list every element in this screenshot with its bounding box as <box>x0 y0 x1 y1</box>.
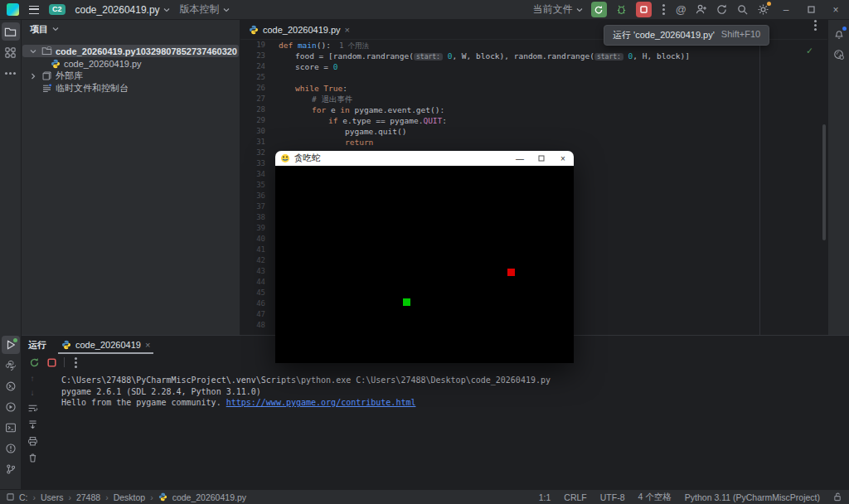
python-file-icon <box>158 492 167 502</box>
git-branch-icon <box>5 463 17 475</box>
unlock-icon[interactable] <box>833 492 842 502</box>
console-more-icon[interactable] <box>75 361 77 364</box>
tree-item-label: 外部库 <box>56 70 83 82</box>
breadcrumb-item[interactable]: Users <box>41 492 63 502</box>
services-tool-button[interactable] <box>2 398 20 416</box>
chevron-down-icon[interactable] <box>52 26 59 32</box>
maximize-window-button[interactable] <box>803 4 819 16</box>
minimize-window-button[interactable]: — <box>509 151 531 166</box>
editor-tab[interactable]: code_20260419.py × <box>240 20 358 39</box>
main-menu-icon[interactable] <box>29 6 39 14</box>
stop-icon <box>640 6 648 13</box>
mentions-icon[interactable]: @ <box>676 4 686 15</box>
python-console-tool-button[interactable] <box>2 377 20 395</box>
more-tool-windows-button[interactable] <box>2 64 20 82</box>
scroll-to-end-icon[interactable] <box>27 419 38 430</box>
run-tab[interactable]: code_20260419 × <box>58 336 153 354</box>
code-line: 25 <box>240 72 827 83</box>
stop-console-button[interactable] <box>47 358 56 367</box>
project-tool-button[interactable] <box>2 22 20 41</box>
ai-assistant-button[interactable] <box>830 46 848 64</box>
breadcrumb-item[interactable]: Desktop <box>114 492 146 502</box>
console-line: C:\Users\27488\PyCharmMiscProject\.venv\… <box>61 375 551 386</box>
terminal-tool-button[interactable] <box>2 419 20 437</box>
scratch-file-icon <box>41 83 52 94</box>
console-line: pygame 2.6.1 (SDL 2.28.4, Python 3.11.0) <box>61 386 551 398</box>
indent-setting[interactable]: 4 个空格 <box>638 492 672 503</box>
caret-position[interactable]: 1:1 <box>539 492 551 502</box>
breadcrumb-item[interactable]: C: <box>19 492 28 502</box>
settings-gear-icon[interactable] <box>757 3 769 16</box>
console-line: Hello from the pygame community. https:/… <box>61 397 551 409</box>
sync-icon[interactable] <box>716 3 728 16</box>
minimize-window-button[interactable]: – <box>778 4 794 16</box>
tree-item-scratches[interactable]: 临时文件和控制台 <box>22 82 239 94</box>
debug-button[interactable] <box>615 3 628 16</box>
version-control-tool-button[interactable] <box>2 460 20 478</box>
structure-tool-button[interactable] <box>2 43 20 61</box>
up-stack-icon[interactable]: ↑ <box>31 375 35 383</box>
breadcrumb-item[interactable]: 27488 <box>76 492 100 502</box>
soft-wrap-icon[interactable] <box>27 403 38 414</box>
close-window-button[interactable]: × <box>827 4 844 16</box>
maximize-window-button[interactable] <box>531 151 552 166</box>
breadcrumb-item[interactable]: code_20260419.py <box>172 492 246 502</box>
pygame-canvas <box>275 166 574 363</box>
interpreter-setting[interactable]: Python 3.11 (PyCharmMiscProject) <box>685 492 820 502</box>
search-icon[interactable] <box>736 3 749 16</box>
add-user-icon[interactable] <box>695 3 707 16</box>
pygame-window-title: 贪吃蛇 <box>294 153 321 164</box>
tooltip-text: 运行 'code_20260419.py' <box>613 29 715 41</box>
notifications-button[interactable] <box>830 25 848 43</box>
pygame-window[interactable]: 贪吃蛇 — × <box>275 151 574 363</box>
console-output[interactable]: C:\Users\27488\PyCharmMiscProject\.venv\… <box>43 371 551 463</box>
folder-icon <box>4 26 17 38</box>
stop-icon <box>47 358 56 367</box>
close-tab-icon[interactable]: × <box>345 25 350 35</box>
code-line: 27# 退出事件 <box>240 94 827 104</box>
editor-tab-label: code_20260419.py <box>263 25 341 35</box>
rerun-console-button[interactable] <box>29 357 40 368</box>
vcs-widget[interactable]: 版本控制 <box>180 2 230 17</box>
down-stack-icon[interactable]: ↓ <box>31 389 35 397</box>
project-folder-icon <box>41 46 52 56</box>
line-ending[interactable]: CRLF <box>564 492 586 502</box>
tree-item-python-file[interactable]: code_20260419.py <box>22 57 239 70</box>
bug-icon <box>615 3 628 16</box>
more-icon <box>9 72 12 75</box>
rerun-button[interactable] <box>591 2 607 17</box>
console-toolbar: ↑ ↓ <box>22 371 43 463</box>
breadcrumb: C:› Users› 27488› Desktop› code_20260419… <box>7 492 246 502</box>
file-encoding[interactable]: UTF-8 <box>600 492 625 502</box>
code-line: 23food = [random.randrange(start: 0, W, … <box>240 51 827 61</box>
more-actions-icon[interactable] <box>662 8 665 11</box>
chevron-down-icon <box>223 7 230 13</box>
close-tab-icon[interactable]: × <box>145 340 150 350</box>
python-packages-tool-button[interactable] <box>2 356 20 375</box>
clear-all-icon[interactable] <box>27 453 38 463</box>
tree-item-external-libraries[interactable]: 外部库 <box>22 70 239 82</box>
project-selector[interactable]: code_20260419.py <box>75 4 170 16</box>
food-cell <box>507 269 515 276</box>
close-window-button[interactable]: × <box>552 151 574 166</box>
stop-button[interactable] <box>636 2 652 17</box>
inspection-ok-icon[interactable]: ✓ <box>807 45 813 56</box>
print-icon[interactable] <box>27 436 38 447</box>
pygame-title-bar[interactable]: 贪吃蛇 — × <box>275 151 574 166</box>
run-tool-button[interactable] <box>2 336 20 354</box>
code-line: 24score = 0 <box>240 61 827 72</box>
editor-options-icon[interactable] <box>814 24 817 27</box>
ai-assistant-icon <box>833 49 845 61</box>
library-icon <box>41 70 52 81</box>
problems-tool-button[interactable] <box>2 439 20 458</box>
project-badge[interactable]: C2 <box>49 4 65 15</box>
run-tab-label: code_20260419 <box>75 340 141 350</box>
drive-icon <box>7 493 14 501</box>
code-line: 31return <box>240 137 827 148</box>
run-configuration-selector[interactable]: 当前文件 <box>533 2 583 17</box>
editor-scrollbar[interactable] <box>822 124 826 240</box>
tree-item-project-root[interactable]: code_20260419.py10329807852737460320 <box>22 45 239 57</box>
pygame-contribute-link[interactable]: https://www.pygame.org/contribute.html <box>226 398 416 407</box>
code-line: 28for e in pygame.event.get(): <box>240 104 827 115</box>
code-line: 29if e.type == pygame.QUIT: <box>240 115 827 126</box>
